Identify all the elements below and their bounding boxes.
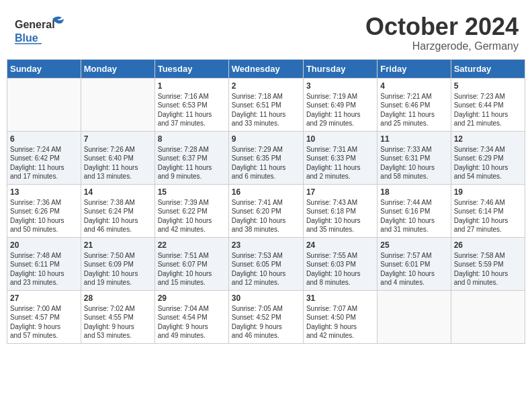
day-info: Sunrise: 7:43 AMSunset: 6:18 PMDaylight:…: [306, 198, 374, 234]
day-info: Sunrise: 7:51 AMSunset: 6:07 PMDaylight:…: [158, 251, 226, 287]
day-header-thursday: Thursday: [303, 59, 377, 78]
calendar-header-row: SundayMondayTuesdayWednesdayThursdayFrid…: [7, 59, 525, 78]
day-info: Sunrise: 7:41 AMSunset: 6:20 PMDaylight:…: [232, 198, 300, 234]
day-number: 17: [306, 187, 374, 197]
day-header-saturday: Saturday: [451, 59, 525, 78]
day-number: 28: [84, 293, 152, 303]
day-number: 24: [306, 240, 374, 250]
calendar-cell: 2Sunrise: 7:18 AMSunset: 6:51 PMDaylight…: [228, 78, 303, 131]
day-number: 9: [232, 134, 300, 144]
calendar-cell: 29Sunrise: 7:04 AMSunset: 4:54 PMDayligh…: [154, 290, 228, 343]
calendar-cell: [7, 78, 81, 131]
day-number: 21: [84, 240, 152, 250]
location-title: Harzgerode, Germany: [365, 40, 519, 52]
day-info: Sunrise: 7:18 AMSunset: 6:51 PMDaylight:…: [232, 92, 300, 128]
day-info: Sunrise: 7:24 AMSunset: 6:42 PMDaylight:…: [10, 145, 78, 181]
day-number: 10: [306, 134, 374, 144]
calendar-week-row: 1Sunrise: 7:16 AMSunset: 6:53 PMDaylight…: [7, 78, 525, 131]
day-number: 4: [380, 81, 447, 91]
calendar-week-row: 20Sunrise: 7:48 AMSunset: 6:11 PMDayligh…: [7, 237, 525, 290]
day-number: 1: [158, 81, 226, 91]
day-info: Sunrise: 7:44 AMSunset: 6:16 PMDaylight:…: [380, 198, 447, 234]
calendar-cell: 7Sunrise: 7:26 AMSunset: 6:40 PMDaylight…: [81, 131, 154, 184]
day-number: 12: [454, 134, 522, 144]
day-info: Sunrise: 7:16 AMSunset: 6:53 PMDaylight:…: [158, 92, 226, 128]
day-info: Sunrise: 7:46 AMSunset: 6:14 PMDaylight:…: [454, 198, 522, 234]
day-info: Sunrise: 7:39 AMSunset: 6:22 PMDaylight:…: [158, 198, 226, 234]
day-info: Sunrise: 7:58 AMSunset: 5:59 PMDaylight:…: [454, 251, 522, 287]
calendar-cell: 6Sunrise: 7:24 AMSunset: 6:42 PMDaylight…: [7, 131, 81, 184]
day-number: 19: [454, 187, 522, 197]
calendar-cell: 5Sunrise: 7:23 AMSunset: 6:44 PMDaylight…: [451, 78, 525, 131]
calendar-cell: 25Sunrise: 7:57 AMSunset: 6:01 PMDayligh…: [378, 237, 451, 290]
calendar-cell: 14Sunrise: 7:38 AMSunset: 6:24 PMDayligh…: [81, 184, 154, 237]
svg-text:General: General: [15, 19, 55, 30]
day-info: Sunrise: 7:36 AMSunset: 6:26 PMDaylight:…: [10, 198, 78, 234]
day-number: 11: [380, 134, 447, 144]
calendar-cell: 19Sunrise: 7:46 AMSunset: 6:14 PMDayligh…: [451, 184, 525, 237]
day-info: Sunrise: 7:23 AMSunset: 6:44 PMDaylight:…: [454, 92, 522, 128]
day-number: 23: [232, 240, 300, 250]
calendar-cell: 22Sunrise: 7:51 AMSunset: 6:07 PMDayligh…: [154, 237, 228, 290]
day-number: 7: [84, 134, 152, 144]
day-header-wednesday: Wednesday: [228, 59, 303, 78]
calendar-cell: [451, 290, 525, 343]
day-info: Sunrise: 7:34 AMSunset: 6:29 PMDaylight:…: [454, 145, 522, 181]
month-title: October 2024: [365, 13, 519, 40]
calendar-cell: 20Sunrise: 7:48 AMSunset: 6:11 PMDayligh…: [7, 237, 81, 290]
day-number: 2: [232, 81, 300, 91]
day-number: 29: [158, 293, 226, 303]
calendar-cell: 31Sunrise: 7:07 AMSunset: 4:50 PMDayligh…: [303, 290, 377, 343]
calendar-cell: 18Sunrise: 7:44 AMSunset: 6:16 PMDayligh…: [378, 184, 451, 237]
day-info: Sunrise: 7:05 AMSunset: 4:52 PMDaylight:…: [232, 304, 300, 340]
day-number: 26: [454, 240, 522, 250]
calendar-cell: 27Sunrise: 7:00 AMSunset: 4:57 PMDayligh…: [7, 290, 81, 343]
day-number: 15: [158, 187, 226, 197]
day-number: 3: [306, 81, 374, 91]
calendar-cell: 28Sunrise: 7:02 AMSunset: 4:55 PMDayligh…: [81, 290, 154, 343]
calendar-cell: 10Sunrise: 7:31 AMSunset: 6:33 PMDayligh…: [303, 131, 377, 184]
calendar-week-row: 13Sunrise: 7:36 AMSunset: 6:26 PMDayligh…: [7, 184, 525, 237]
calendar-cell: 1Sunrise: 7:16 AMSunset: 6:53 PMDaylight…: [154, 78, 228, 131]
calendar-cell: 23Sunrise: 7:53 AMSunset: 6:05 PMDayligh…: [228, 237, 303, 290]
day-header-monday: Monday: [81, 59, 154, 78]
day-info: Sunrise: 7:00 AMSunset: 4:57 PMDaylight:…: [10, 304, 78, 340]
day-info: Sunrise: 7:19 AMSunset: 6:49 PMDaylight:…: [306, 92, 374, 128]
calendar-cell: 12Sunrise: 7:34 AMSunset: 6:29 PMDayligh…: [451, 131, 525, 184]
day-info: Sunrise: 7:21 AMSunset: 6:46 PMDaylight:…: [380, 92, 447, 128]
day-number: 25: [380, 240, 447, 250]
day-header-sunday: Sunday: [7, 59, 81, 78]
calendar-cell: 15Sunrise: 7:39 AMSunset: 6:22 PMDayligh…: [154, 184, 228, 237]
calendar-cell: 9Sunrise: 7:29 AMSunset: 6:35 PMDaylight…: [228, 131, 303, 184]
svg-text:Blue: Blue: [15, 32, 38, 44]
calendar-cell: 3Sunrise: 7:19 AMSunset: 6:49 PMDaylight…: [303, 78, 377, 131]
calendar-cell: 8Sunrise: 7:28 AMSunset: 6:37 PMDaylight…: [154, 131, 228, 184]
calendar-cell: [81, 78, 154, 131]
day-info: Sunrise: 7:57 AMSunset: 6:01 PMDaylight:…: [380, 251, 447, 287]
day-number: 14: [84, 187, 152, 197]
calendar-cell: 26Sunrise: 7:58 AMSunset: 5:59 PMDayligh…: [451, 237, 525, 290]
calendar-cell: 13Sunrise: 7:36 AMSunset: 6:26 PMDayligh…: [7, 184, 81, 237]
day-info: Sunrise: 7:28 AMSunset: 6:37 PMDaylight:…: [158, 145, 226, 181]
title-area: October 2024 Harzgerode, Germany: [365, 13, 519, 52]
calendar-cell: 11Sunrise: 7:33 AMSunset: 6:31 PMDayligh…: [378, 131, 451, 184]
day-info: Sunrise: 7:48 AMSunset: 6:11 PMDaylight:…: [10, 251, 78, 287]
logo-svg: General Blue: [13, 13, 67, 50]
day-number: 16: [232, 187, 300, 197]
calendar-week-row: 6Sunrise: 7:24 AMSunset: 6:42 PMDaylight…: [7, 131, 525, 184]
calendar-cell: 17Sunrise: 7:43 AMSunset: 6:18 PMDayligh…: [303, 184, 377, 237]
day-number: 5: [454, 81, 522, 91]
day-info: Sunrise: 7:53 AMSunset: 6:05 PMDaylight:…: [232, 251, 300, 287]
calendar-cell: [378, 290, 451, 343]
day-number: 18: [380, 187, 447, 197]
day-info: Sunrise: 7:29 AMSunset: 6:35 PMDaylight:…: [232, 145, 300, 181]
day-number: 27: [10, 293, 78, 303]
day-info: Sunrise: 7:33 AMSunset: 6:31 PMDaylight:…: [380, 145, 447, 181]
day-number: 6: [10, 134, 78, 144]
day-number: 20: [10, 240, 78, 250]
day-number: 13: [10, 187, 78, 197]
day-info: Sunrise: 7:38 AMSunset: 6:24 PMDaylight:…: [84, 198, 152, 234]
calendar-cell: 21Sunrise: 7:50 AMSunset: 6:09 PMDayligh…: [81, 237, 154, 290]
day-number: 22: [158, 240, 226, 250]
calendar-cell: 4Sunrise: 7:21 AMSunset: 6:46 PMDaylight…: [378, 78, 451, 131]
